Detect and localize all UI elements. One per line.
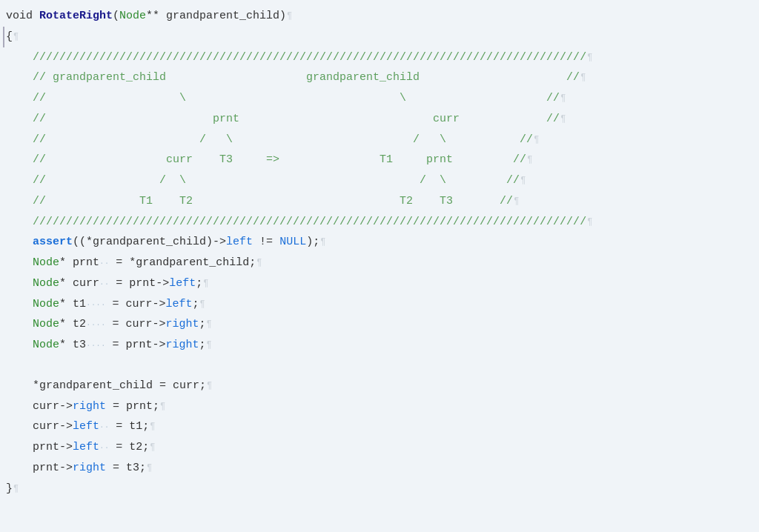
fn-name: RotateRight xyxy=(33,6,113,27)
line-assign-curr-right: curr->right = prnt;¶ xyxy=(0,396,759,417)
kw-void: void xyxy=(6,6,33,27)
line-close-brace: }¶ xyxy=(0,479,759,499)
line-t2-decl: Node* t2···· = curr->right;¶ xyxy=(0,314,759,335)
line-assign-prnt-left: prnt->left·· = t2;¶ xyxy=(0,437,759,458)
code-editor: void RotateRight(Node** grandparent_chil… xyxy=(0,0,759,532)
line-comment-7: // T1 T2 T2 T3 //¶ xyxy=(0,191,759,212)
line-t3-decl: Node* t3···· = prnt->right;¶ xyxy=(0,335,759,356)
assert-keyword: assert xyxy=(33,232,73,253)
line-fn-signature: void RotateRight(Node** grandparent_chil… xyxy=(0,6,759,27)
line-comment-6: // / \ / \ //¶ xyxy=(0,170,759,191)
line-comment-5: // curr T3 => T1 prnt //¶ xyxy=(0,150,759,170)
line-curr-decl: Node* curr·· = prnt->left;¶ xyxy=(0,273,759,294)
line-t1-decl: Node* t1···· = curr->left;¶ xyxy=(0,294,759,315)
line-assign-prnt-right: prnt->right = t3;¶ xyxy=(0,458,759,479)
line-assert: assert((*grandparent_child)->left != NUL… xyxy=(0,232,759,253)
line-comment-1: // grandparent_child grandparent_child /… xyxy=(0,67,759,88)
line-assign-curr-left: curr->left·· = t1;¶ xyxy=(0,416,759,437)
line-comment-4: // / \ / \ //¶ xyxy=(0,130,759,150)
line-prnt-decl: Node* prnt·· = *grandparent_child;¶ xyxy=(0,253,759,273)
line-open-brace: {¶ xyxy=(0,27,759,47)
line-blank xyxy=(0,356,759,376)
line-comment-3: // prnt curr //¶ xyxy=(0,109,759,130)
line-assign-grandparent: *grandparent_child = curr;¶ xyxy=(0,376,759,396)
line-comment-slashes-1: ////////////////////////////////////////… xyxy=(0,47,759,68)
line-comment-2: // \ \ //¶ xyxy=(0,88,759,109)
line-comment-slashes-2: ////////////////////////////////////////… xyxy=(0,212,759,233)
